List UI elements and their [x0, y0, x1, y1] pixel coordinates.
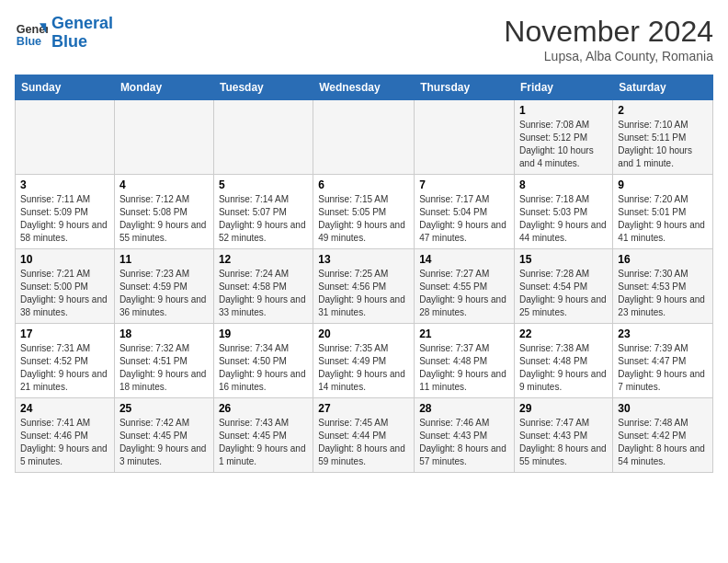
day-header-thursday: Thursday: [415, 75, 515, 100]
calendar-table: SundayMondayTuesdayWednesdayThursdayFrid…: [15, 75, 713, 473]
week-row-4: 24Sunrise: 7:41 AM Sunset: 4:46 PM Dayli…: [16, 398, 713, 473]
day-cell: 23Sunrise: 7:39 AM Sunset: 4:47 PM Dayli…: [613, 324, 713, 398]
day-number: 23: [618, 327, 708, 340]
day-cell: 10Sunrise: 7:21 AM Sunset: 5:00 PM Dayli…: [16, 249, 115, 324]
day-number: 18: [119, 327, 209, 340]
day-number: 25: [119, 402, 209, 415]
svg-text:Blue: Blue: [17, 34, 41, 47]
day-info: Sunrise: 7:38 AM Sunset: 4:48 PM Dayligh…: [519, 342, 608, 394]
day-info: Sunrise: 7:23 AM Sunset: 4:59 PM Dayligh…: [119, 268, 209, 319]
day-cell: 21Sunrise: 7:37 AM Sunset: 4:48 PM Dayli…: [415, 324, 515, 398]
logo-text-blue: Blue: [51, 33, 113, 52]
day-cell: [313, 100, 415, 175]
day-cell: 3Sunrise: 7:11 AM Sunset: 5:09 PM Daylig…: [16, 175, 115, 249]
day-cell: 1Sunrise: 7:08 AM Sunset: 5:12 PM Daylig…: [515, 100, 613, 175]
day-info: Sunrise: 7:48 AM Sunset: 4:42 PM Dayligh…: [618, 417, 708, 468]
day-header-friday: Friday: [515, 75, 613, 100]
day-number: 10: [20, 253, 109, 266]
day-cell: 18Sunrise: 7:32 AM Sunset: 4:51 PM Dayli…: [114, 324, 213, 398]
day-cell: 5Sunrise: 7:14 AM Sunset: 5:07 PM Daylig…: [213, 175, 313, 249]
day-number: 20: [318, 327, 409, 340]
day-number: 24: [20, 402, 109, 415]
day-info: Sunrise: 7:43 AM Sunset: 4:45 PM Dayligh…: [219, 417, 308, 468]
day-cell: 6Sunrise: 7:15 AM Sunset: 5:05 PM Daylig…: [313, 175, 415, 249]
day-number: 11: [119, 253, 209, 266]
day-header-tuesday: Tuesday: [213, 75, 313, 100]
week-row-3: 17Sunrise: 7:31 AM Sunset: 4:52 PM Dayli…: [16, 324, 713, 398]
day-info: Sunrise: 7:18 AM Sunset: 5:03 PM Dayligh…: [519, 193, 608, 245]
day-number: 29: [519, 402, 608, 415]
week-row-2: 10Sunrise: 7:21 AM Sunset: 5:00 PM Dayli…: [16, 249, 713, 324]
day-info: Sunrise: 7:14 AM Sunset: 5:07 PM Dayligh…: [219, 193, 308, 245]
day-header-monday: Monday: [114, 75, 213, 100]
day-number: 2: [618, 104, 708, 117]
day-number: 27: [318, 402, 409, 415]
calendar-body: 1Sunrise: 7:08 AM Sunset: 5:12 PM Daylig…: [16, 100, 713, 473]
day-info: Sunrise: 7:30 AM Sunset: 4:53 PM Dayligh…: [618, 268, 708, 319]
day-info: Sunrise: 7:25 AM Sunset: 4:56 PM Dayligh…: [318, 268, 409, 319]
day-info: Sunrise: 7:20 AM Sunset: 5:01 PM Dayligh…: [618, 193, 708, 245]
day-info: Sunrise: 7:27 AM Sunset: 4:55 PM Dayligh…: [419, 268, 509, 319]
day-cell: 8Sunrise: 7:18 AM Sunset: 5:03 PM Daylig…: [515, 175, 613, 249]
day-header-wednesday: Wednesday: [313, 75, 415, 100]
day-info: Sunrise: 7:35 AM Sunset: 4:49 PM Dayligh…: [318, 342, 409, 394]
day-cell: 27Sunrise: 7:45 AM Sunset: 4:44 PM Dayli…: [313, 398, 415, 473]
day-info: Sunrise: 7:34 AM Sunset: 4:50 PM Dayligh…: [219, 342, 308, 394]
day-cell: 28Sunrise: 7:46 AM Sunset: 4:43 PM Dayli…: [415, 398, 515, 473]
day-number: 28: [419, 402, 509, 415]
day-cell: 26Sunrise: 7:43 AM Sunset: 4:45 PM Dayli…: [213, 398, 313, 473]
day-number: 6: [318, 178, 409, 191]
day-cell: [415, 100, 515, 175]
logo: General Blue General Blue: [15, 15, 113, 52]
day-info: Sunrise: 7:11 AM Sunset: 5:09 PM Dayligh…: [20, 193, 109, 245]
day-cell: 11Sunrise: 7:23 AM Sunset: 4:59 PM Dayli…: [114, 249, 213, 324]
day-number: 16: [618, 253, 708, 266]
logo-text-general: General: [51, 15, 113, 33]
day-info: Sunrise: 7:47 AM Sunset: 4:43 PM Dayligh…: [519, 417, 608, 468]
day-cell: 17Sunrise: 7:31 AM Sunset: 4:52 PM Dayli…: [16, 324, 115, 398]
day-number: 3: [20, 178, 109, 191]
day-info: Sunrise: 7:15 AM Sunset: 5:05 PM Dayligh…: [318, 193, 409, 245]
day-cell: 30Sunrise: 7:48 AM Sunset: 4:42 PM Dayli…: [613, 398, 713, 473]
day-number: 1: [519, 104, 608, 117]
week-row-1: 3Sunrise: 7:11 AM Sunset: 5:09 PM Daylig…: [16, 175, 713, 249]
day-number: 30: [618, 402, 708, 415]
location: Lupsa, Alba County, Romania: [504, 49, 713, 63]
day-info: Sunrise: 7:39 AM Sunset: 4:47 PM Dayligh…: [618, 342, 708, 394]
day-number: 5: [219, 178, 308, 191]
day-cell: 12Sunrise: 7:24 AM Sunset: 4:58 PM Dayli…: [213, 249, 313, 324]
day-cell: [16, 100, 115, 175]
day-number: 8: [519, 178, 608, 191]
day-info: Sunrise: 7:10 AM Sunset: 5:11 PM Dayligh…: [618, 119, 708, 170]
day-info: Sunrise: 7:12 AM Sunset: 5:08 PM Dayligh…: [119, 193, 209, 245]
day-cell: 15Sunrise: 7:28 AM Sunset: 4:54 PM Dayli…: [515, 249, 613, 324]
week-row-0: 1Sunrise: 7:08 AM Sunset: 5:12 PM Daylig…: [16, 100, 713, 175]
day-number: 13: [318, 253, 409, 266]
month-title: November 2024: [504, 15, 713, 49]
day-cell: 20Sunrise: 7:35 AM Sunset: 4:49 PM Dayli…: [313, 324, 415, 398]
day-number: 22: [519, 327, 608, 340]
day-cell: 7Sunrise: 7:17 AM Sunset: 5:04 PM Daylig…: [415, 175, 515, 249]
day-cell: 9Sunrise: 7:20 AM Sunset: 5:01 PM Daylig…: [613, 175, 713, 249]
day-info: Sunrise: 7:31 AM Sunset: 4:52 PM Dayligh…: [20, 342, 109, 394]
day-number: 19: [219, 327, 308, 340]
day-number: 14: [419, 253, 509, 266]
day-number: 15: [519, 253, 608, 266]
day-number: 9: [618, 178, 708, 191]
day-info: Sunrise: 7:37 AM Sunset: 4:48 PM Dayligh…: [419, 342, 509, 394]
day-info: Sunrise: 7:28 AM Sunset: 4:54 PM Dayligh…: [519, 268, 608, 319]
day-cell: 4Sunrise: 7:12 AM Sunset: 5:08 PM Daylig…: [114, 175, 213, 249]
page-header: General Blue General Blue November 2024 …: [15, 15, 713, 63]
day-cell: 24Sunrise: 7:41 AM Sunset: 4:46 PM Dayli…: [16, 398, 115, 473]
day-info: Sunrise: 7:41 AM Sunset: 4:46 PM Dayligh…: [20, 417, 109, 468]
day-cell: 16Sunrise: 7:30 AM Sunset: 4:53 PM Dayli…: [613, 249, 713, 324]
day-cell: 22Sunrise: 7:38 AM Sunset: 4:48 PM Dayli…: [515, 324, 613, 398]
day-number: 12: [219, 253, 308, 266]
calendar-header-row: SundayMondayTuesdayWednesdayThursdayFrid…: [16, 75, 713, 100]
day-info: Sunrise: 7:17 AM Sunset: 5:04 PM Dayligh…: [419, 193, 509, 245]
day-cell: 29Sunrise: 7:47 AM Sunset: 4:43 PM Dayli…: [515, 398, 613, 473]
logo-icon: General Blue: [15, 17, 48, 50]
day-info: Sunrise: 7:24 AM Sunset: 4:58 PM Dayligh…: [219, 268, 308, 319]
day-info: Sunrise: 7:08 AM Sunset: 5:12 PM Dayligh…: [519, 119, 608, 170]
day-cell: [213, 100, 313, 175]
